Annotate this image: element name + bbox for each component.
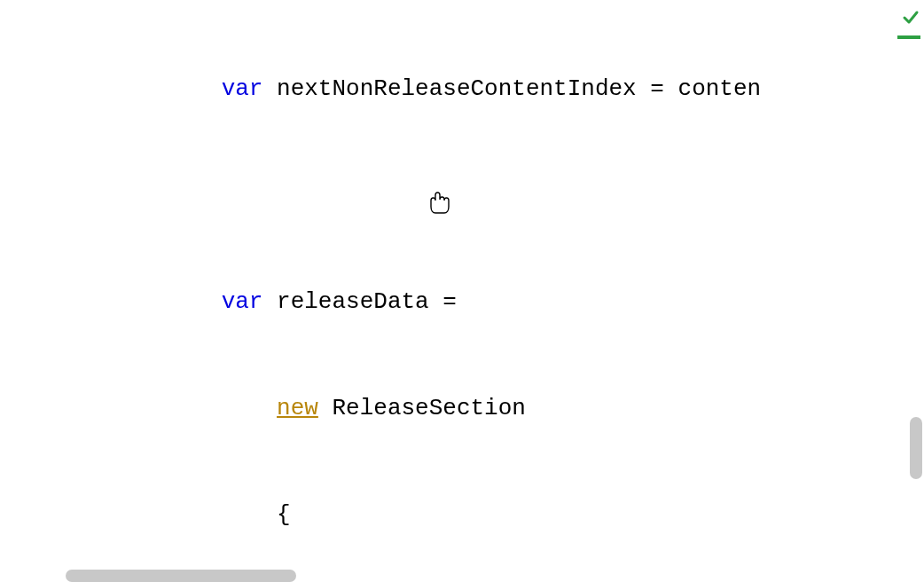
inspection-ok-icon[interactable] <box>901 4 920 39</box>
inspection-marker <box>897 35 920 39</box>
keyword-new[interactable]: new <box>277 395 318 421</box>
code-line[interactable]: { <box>0 497 924 532</box>
vertical-scrollbar-thumb[interactable] <box>910 417 922 479</box>
horizontal-scrollbar-thumb[interactable] <box>66 570 296 582</box>
code-editor[interactable]: var nextNonReleaseContentIndex = conten … <box>0 0 924 582</box>
code-line[interactable] <box>0 177 924 213</box>
keyword-var: var <box>222 75 263 102</box>
type-name: ReleaseSection <box>332 395 525 421</box>
code-content[interactable]: var nextNonReleaseContentIndex = conten … <box>0 0 924 582</box>
keyword-var: var <box>222 288 263 315</box>
code-line[interactable]: var nextNonReleaseContentIndex = conten <box>0 71 924 106</box>
code-line[interactable]: new ReleaseSection <box>0 390 924 426</box>
code-line[interactable]: var releaseData = <box>0 284 924 319</box>
